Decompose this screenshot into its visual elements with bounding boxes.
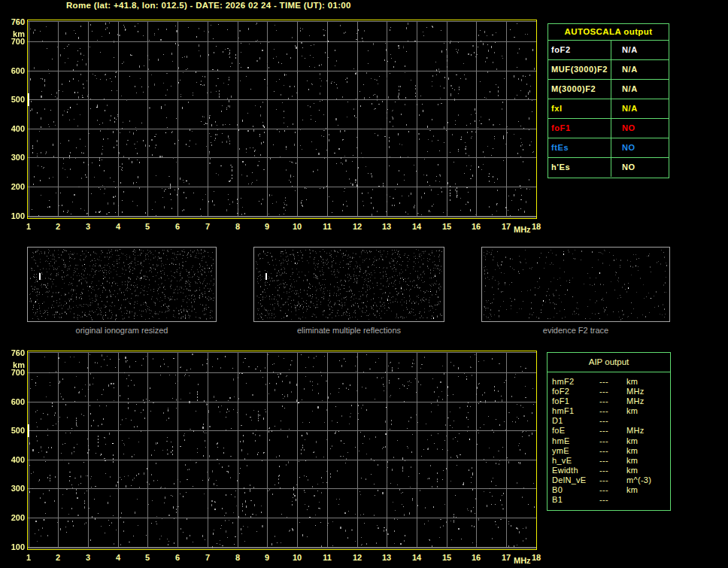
- x-axis-unit-mhz: MHz: [514, 225, 531, 234]
- x-tick-label-2: 2: [48, 553, 68, 562]
- aip-param-unit: MHz: [626, 426, 645, 436]
- aip-param-label: hmF1: [552, 406, 574, 416]
- bottom-ionogram-canvas: [28, 351, 536, 549]
- aip-param-label: hmF2: [552, 377, 574, 387]
- original-ionogram-canvas: [28, 248, 216, 321]
- y-tick-label-500: 500: [0, 426, 25, 435]
- x-tick-label-13: 13: [377, 222, 396, 231]
- x-tick-label-10: 10: [287, 553, 307, 562]
- autoscala-param-label: foF2: [548, 41, 611, 59]
- x-tick-label-4: 4: [108, 222, 128, 231]
- aip-row-D1: D1---: [548, 416, 670, 426]
- y-tick-label-500: 500: [0, 95, 25, 104]
- aip-table-rows: hmF2---kmfoF2---MHzfoF1---MHzhmF1---kmD1…: [548, 372, 670, 505]
- x-tick-label-15: 15: [437, 553, 457, 562]
- bottom-ionogram-plot: [27, 351, 537, 550]
- x-tick-label-12: 12: [347, 222, 367, 231]
- x-tick-label-8: 8: [228, 222, 247, 231]
- aip-param-label: B0: [552, 485, 563, 495]
- aip-param-label: DelN_vE: [552, 475, 587, 485]
- eliminate-reflections-label: eliminate multiple reflections: [253, 326, 444, 336]
- aip-row-foE: foE---MHz: [548, 426, 670, 436]
- aip-param-label: D1: [552, 416, 563, 426]
- aip-param-unit: km: [626, 406, 638, 416]
- x-tick-label-7: 7: [198, 222, 217, 231]
- autoscala-table-rows: foF2N/AMUF(3000)F2N/AM(3000)F2N/AfxIN/Af…: [548, 41, 669, 177]
- x-tick-label-10: 10: [287, 222, 307, 231]
- aip-param-unit: km: [626, 377, 638, 387]
- x-tick-label-16: 16: [466, 553, 486, 562]
- x-axis-unit-mhz: MHz: [514, 556, 531, 565]
- y-axis-unit-km: km: [0, 360, 25, 369]
- autoscala-row-ftEs: ftEsNO: [548, 138, 669, 158]
- aip-param-value: ---: [599, 426, 608, 436]
- x-tick-label-14: 14: [407, 553, 426, 562]
- x-tick-label-1: 1: [19, 222, 38, 231]
- x-tick-label-1: 1: [19, 553, 38, 562]
- y-tick-label-300: 300: [0, 484, 25, 493]
- station-date-time-title: Rome (lat: +41.8, lon: 012.5) - DATE: 20…: [66, 0, 351, 11]
- autoscala-row-M(3000)F2: M(3000)F2N/A: [548, 80, 669, 99]
- aip-param-value: ---: [599, 446, 608, 456]
- aip-param-unit: MHz: [626, 396, 645, 406]
- x-tick-label-15: 15: [437, 222, 457, 231]
- aip-row-Ewidth: Ewidth---km: [548, 466, 670, 475]
- autoscala-row-MUF(3000)F2: MUF(3000)F2N/A: [548, 60, 669, 80]
- x-tick-label-9: 9: [257, 222, 277, 231]
- x-tick-label-16: 16: [466, 222, 486, 231]
- y-tick-label-760: 760: [0, 348, 25, 357]
- aip-row-B0: B0---km: [548, 485, 670, 495]
- aip-param-unit: m^(-3): [626, 475, 651, 485]
- x-tick-label-13: 13: [377, 553, 396, 562]
- y-tick-label-100: 100: [0, 542, 25, 551]
- y-tick-label-200: 200: [0, 182, 25, 191]
- aip-param-value: ---: [599, 377, 608, 387]
- x-tick-label-7: 7: [198, 553, 217, 562]
- aip-row-hmF2: hmF2---km: [548, 377, 670, 387]
- autoscala-program-screen: Rome (lat: +41.8, lon: 012.5) - DATE: 20…: [0, 0, 728, 568]
- aip-param-label: foF1: [552, 396, 569, 406]
- aip-param-value: ---: [599, 456, 608, 466]
- autoscala-param-label: foF1: [548, 119, 611, 138]
- original-ionogram-label: original ionogram resized: [27, 326, 217, 336]
- autoscala-param-value: NO: [611, 138, 635, 157]
- autoscala-param-label: M(3000)F2: [548, 80, 611, 99]
- y-tick-label-300: 300: [0, 153, 25, 162]
- eliminate-reflections-canvas: [254, 248, 444, 321]
- x-tick-label-11: 11: [317, 222, 337, 231]
- aip-param-label: foF2: [552, 387, 569, 396]
- x-tick-label-5: 5: [138, 553, 157, 562]
- autoscala-param-label: h'Es: [548, 158, 611, 177]
- aip-param-value: ---: [599, 396, 608, 406]
- y-tick-label-760: 760: [0, 17, 25, 26]
- aip-param-label: Ewidth: [552, 466, 578, 475]
- x-tick-label-5: 5: [138, 222, 157, 231]
- aip-row-h_vE: h_vE---km: [548, 456, 670, 466]
- aip-param-value: ---: [599, 436, 608, 446]
- autoscala-output-table: AUTOSCALA output foF2N/AMUF(3000)F2N/AM(…: [548, 23, 669, 178]
- aip-row-foF2: foF2---MHz: [548, 387, 670, 396]
- x-tick-label-4: 4: [108, 553, 128, 562]
- autoscala-row-foF1: foF1NO: [548, 119, 669, 138]
- aip-param-unit: km: [626, 466, 638, 475]
- aip-param-label: B1: [552, 495, 563, 505]
- aip-row-ymE: ymE---km: [548, 446, 670, 456]
- autoscala-row-h'Es: h'EsNO: [548, 158, 669, 177]
- aip-param-label: ymE: [552, 446, 569, 456]
- aip-param-value: ---: [599, 475, 608, 485]
- y-tick-label-600: 600: [0, 397, 25, 406]
- aip-param-label: h_vE: [552, 456, 572, 466]
- aip-param-unit: km: [626, 446, 638, 456]
- autoscala-param-label: fxI: [548, 99, 611, 118]
- aip-param-value: ---: [599, 406, 608, 416]
- x-tick-label-2: 2: [48, 222, 68, 231]
- aip-row-DelN_vE: DelN_vE---m^(-3): [548, 475, 670, 485]
- x-tick-label-8: 8: [228, 553, 247, 562]
- evidence-f2-trace-label: evidence F2 trace: [481, 326, 670, 336]
- autoscala-param-value: N/A: [611, 99, 638, 118]
- x-tick-label-6: 6: [168, 222, 187, 231]
- top-ionogram-plot: [27, 20, 537, 219]
- autoscala-param-value: N/A: [611, 60, 638, 79]
- y-tick-label-200: 200: [0, 513, 25, 522]
- aip-param-value: ---: [599, 466, 608, 475]
